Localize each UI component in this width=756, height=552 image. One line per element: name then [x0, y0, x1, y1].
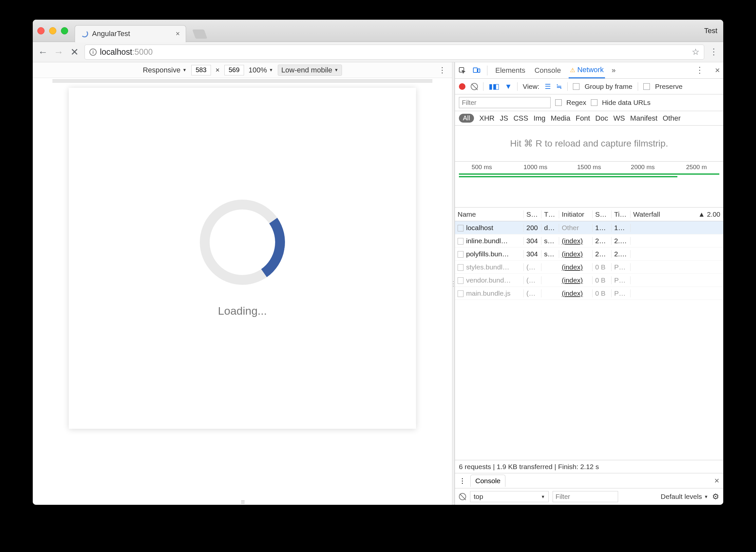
timeline[interactable]: 500 ms 1000 ms 1500 ms 2000 ms 2500 m	[455, 162, 723, 208]
preserve-label: Preserve	[655, 83, 683, 91]
col-time[interactable]: Ti…	[611, 211, 630, 218]
devtools-more-icon[interactable]: ⋮	[696, 65, 704, 76]
device-more-icon[interactable]: ⋮	[438, 65, 446, 75]
width-input[interactable]	[191, 65, 211, 76]
type-other[interactable]: Other	[663, 114, 681, 123]
device-toggle-icon[interactable]	[472, 66, 481, 75]
group-label: Group by frame	[585, 83, 632, 91]
device-toolbar: Responsive ▼ × 100% ▼ Low-end mobile ▼ ⋮	[33, 62, 452, 78]
hide-data-label: Hide data URLs	[602, 99, 650, 107]
type-ws[interactable]: WS	[613, 114, 625, 123]
table-row[interactable]: inline.bundl…304s…(index)2…2.…	[455, 234, 723, 248]
devtools-close-icon[interactable]: ×	[715, 65, 720, 76]
table-row[interactable]: vendor.bund…(p…(index)0 BP…	[455, 274, 723, 287]
throttle-select[interactable]: Low-end mobile ▼	[278, 64, 342, 76]
tabs-overflow-icon[interactable]: »	[611, 66, 615, 75]
site-info-icon[interactable]: i	[89, 48, 97, 56]
drawer-close-icon[interactable]: ×	[714, 475, 719, 486]
back-button[interactable]: ←	[37, 46, 48, 58]
network-filter-input[interactable]	[459, 97, 551, 108]
loading-spinner-icon	[200, 199, 285, 285]
waterfall-view-icon[interactable]: ≒	[556, 83, 562, 91]
network-summary: 6 requests | 1.9 KB transferred | Finish…	[455, 460, 723, 473]
pane-splitter[interactable]: ⋮	[452, 62, 455, 505]
view-label: View:	[523, 83, 540, 91]
col-size[interactable]: S…	[593, 211, 611, 218]
console-clear-icon[interactable]	[459, 493, 466, 500]
file-icon	[457, 264, 463, 271]
loading-text: Loading...	[218, 304, 266, 317]
devtools-pane: Elements Console Network » ⋮ × ▮◧ ▼ View…	[455, 62, 723, 505]
col-type[interactable]: T…	[541, 211, 559, 218]
tab-console[interactable]: Console	[533, 63, 562, 78]
col-status[interactable]: S…	[524, 211, 541, 218]
tab-close-icon[interactable]: ×	[176, 29, 180, 38]
content-area: Responsive ▼ × 100% ▼ Low-end mobile ▼ ⋮…	[33, 62, 723, 505]
bookmark-icon[interactable]: ☆	[692, 47, 699, 57]
type-xhr[interactable]: XHR	[479, 114, 494, 123]
group-checkbox[interactable]	[573, 83, 579, 90]
console-filter-input[interactable]	[553, 491, 618, 502]
network-header: Name S… T… Initiator S… Ti… Waterfall2.0…	[455, 208, 723, 221]
table-row[interactable]: main.bundle.js(p…(index)0 BP…	[455, 287, 723, 300]
type-js[interactable]: JS	[500, 114, 508, 123]
tab-elements[interactable]: Elements	[494, 63, 527, 78]
minimize-window-icon[interactable]	[49, 27, 56, 34]
regex-label: Regex	[566, 99, 586, 107]
zoom-select[interactable]: 100% ▼	[249, 66, 273, 75]
browser-tab[interactable]: AngularTest ×	[75, 25, 186, 42]
drawer-console-tab[interactable]: Console	[470, 474, 506, 487]
clear-icon[interactable]	[471, 83, 478, 90]
preserve-checkbox[interactable]	[643, 83, 650, 90]
emulated-viewport[interactable]: Loading...	[69, 88, 416, 429]
table-row[interactable]: styles.bundl…(p…(index)0 BP…	[455, 261, 723, 274]
tl-1000: 1000 ms	[509, 164, 562, 171]
table-row[interactable]: polyfills.bun…304s…(index)2…2.…	[455, 248, 723, 261]
record-icon[interactable]	[459, 83, 465, 90]
file-icon	[457, 225, 463, 232]
inspect-icon[interactable]	[458, 66, 466, 75]
table-row[interactable]: localhost200d…Other1…1…	[455, 221, 723, 234]
address-bar: ← → ✕ i localhost:5000 ☆ ⋮	[33, 42, 723, 62]
drawer-more-icon[interactable]: ⋮	[459, 477, 466, 485]
context-select[interactable]: top▼	[470, 491, 549, 502]
type-filters: All XHR JS CSS Img Media Font Doc WS Man…	[455, 111, 723, 126]
network-toolbar: ▮◧ ▼ View: ☰ ≒ Group by frame Preserve	[455, 79, 723, 95]
svg-rect-1	[473, 68, 477, 73]
type-media[interactable]: Media	[551, 114, 570, 123]
traffic-lights	[37, 27, 68, 34]
type-img[interactable]: Img	[534, 114, 546, 123]
file-icon	[457, 238, 463, 245]
type-font[interactable]: Font	[576, 114, 590, 123]
hide-data-checkbox[interactable]	[591, 99, 597, 106]
type-css[interactable]: CSS	[513, 114, 528, 123]
zoom-window-icon[interactable]	[61, 27, 68, 34]
device-mode-select[interactable]: Responsive ▼	[143, 66, 187, 75]
resize-grip-icon[interactable]: ≡	[33, 500, 452, 505]
dim-x: ×	[215, 66, 220, 75]
tl-2000: 2000 ms	[616, 164, 670, 171]
new-tab-button[interactable]	[192, 29, 207, 39]
drawer: ⋮ Console × top▼ Default levels ▼ ⚙	[455, 473, 723, 505]
col-initiator[interactable]: Initiator	[559, 211, 593, 218]
regex-checkbox[interactable]	[555, 99, 562, 106]
close-window-icon[interactable]	[37, 27, 44, 34]
console-settings-icon[interactable]: ⚙	[712, 492, 719, 501]
levels-select[interactable]: Default levels ▼	[661, 493, 708, 501]
browser-window: AngularTest × Test ← → ✕ i localhost:500…	[33, 20, 723, 505]
screenshot-icon[interactable]: ▮◧	[489, 82, 500, 91]
filter-icon[interactable]: ▼	[505, 82, 512, 91]
type-manifest[interactable]: Manifest	[630, 114, 657, 123]
col-name[interactable]: Name	[455, 211, 524, 218]
type-doc[interactable]: Doc	[595, 114, 608, 123]
height-input[interactable]	[224, 65, 244, 76]
profile-label[interactable]: Test	[704, 26, 717, 35]
titlebar: AngularTest × Test	[33, 20, 723, 42]
omnibox[interactable]: i localhost:5000 ☆	[84, 44, 704, 60]
tab-network[interactable]: Network	[569, 62, 605, 78]
large-rows-icon[interactable]: ☰	[545, 83, 551, 91]
col-waterfall[interactable]: Waterfall2.00▲	[630, 211, 723, 218]
type-all[interactable]: All	[459, 114, 474, 123]
browser-menu-icon[interactable]: ⋮	[709, 47, 719, 57]
stop-button[interactable]: ✕	[69, 46, 80, 58]
